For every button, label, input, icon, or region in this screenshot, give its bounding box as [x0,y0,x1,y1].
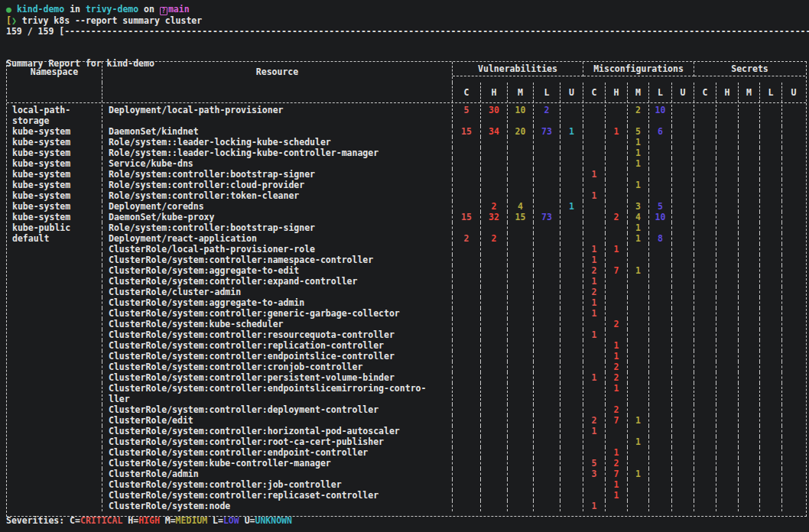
resource-cell: DaemonSet/kindnet [102,126,453,137]
severity-count-cell [628,308,649,319]
severity-count-cell [694,329,716,340]
resource-cell: ClusterRole/system:controller:endpointsl… [102,351,453,362]
severity-count-cell [583,137,606,148]
severity-count-cell [453,447,481,458]
severity-count-cell [694,340,716,351]
header-letter-l: L [534,83,560,102]
severity-count-cell [481,362,508,372]
severity-count-cell [739,297,760,308]
severity-count-cell [453,308,481,319]
severity-count-cell [739,490,760,501]
severity-count-cell [672,447,694,458]
severity-count-cell [716,233,739,244]
severity-count-cell [481,319,508,329]
severity-count-cell [739,233,760,244]
severity-count-cell [760,447,782,458]
severity-count-cell [560,287,583,297]
severity-count-cell [453,276,481,287]
legend-label-low: LOW [223,515,245,526]
terminal-window: ● kind-demo in trivy-demo on ?main [❯ tr… [0,0,809,532]
severity-count-cell [649,158,672,169]
severity-count-cell [560,362,583,372]
severity-count-cell: 2 [583,415,606,426]
severity-count-cell [534,180,560,190]
severity-count-cell [481,426,508,436]
severity-count-cell [606,297,628,308]
table-row: ClusterRole/system:node1 [7,501,806,511]
severity-count-cell [649,180,672,190]
severity-count-cell [716,255,739,265]
severity-count-cell: 5 [453,105,481,126]
table-row: ClusterRole/system:aggregate-to-edit271 [7,265,806,276]
table-row: kube-systemRole/system::leader-locking-k… [7,137,806,148]
severity-count-cell: 1 [628,158,649,169]
table-row: ClusterRole/local-path-provisioner-role1… [7,244,806,255]
severity-count-cell [649,276,672,287]
severity-count-cell [508,255,534,265]
severity-count-cell [453,255,481,265]
severity-count-cell [716,469,739,479]
severity-count-cell [649,340,672,351]
severity-count-cell [508,276,534,287]
severity-count-cell [508,415,534,426]
namespace-cell [7,415,102,426]
severity-count-cell: 10 [508,105,534,126]
severity-count-cell [628,255,649,265]
severity-count-cell [453,190,481,201]
severity-count-cell: 3 [583,469,606,479]
severity-count-cell [760,362,782,372]
severity-count-cell [534,340,560,351]
severity-count-cell [716,372,739,383]
header-letter-m: M [628,83,649,102]
severity-count-cell: 5 [649,201,672,212]
severity-count-cell [534,479,560,490]
severity-count-cell [508,362,534,372]
severity-count-cell [782,340,805,351]
resource-cell: ClusterRole/system:node [102,501,453,511]
severity-count-cell [606,255,628,265]
severity-count-cell [739,458,760,469]
table-row: ClusterRole/system:controller:job-contro… [7,479,806,490]
severity-count-cell [694,362,716,372]
severity-count-cell: 1 [628,233,649,244]
header-letter-l: L [649,83,672,102]
severity-count-cell [739,415,760,426]
severity-count-cell [508,426,534,436]
severity-count-cell [716,222,739,233]
severity-count-cell [606,169,628,180]
severity-count-cell [649,190,672,201]
severity-count-cell [782,308,805,319]
severity-count-cell [508,372,534,383]
namespace-cell: kube-system [7,148,102,158]
severity-count-cell: 7 [606,415,628,426]
severity-count-cell [534,201,560,212]
severity-count-cell [481,447,508,458]
severity-count-cell [606,329,628,340]
resource-cell: ClusterRole/system:aggregate-to-admin [102,297,453,308]
severity-count-cell [583,126,606,137]
severity-count-cell [694,319,716,329]
severity-count-cell: 1 [583,501,606,511]
severity-count-cell [534,436,560,447]
severity-count-cell [760,137,782,148]
severity-count-cell: 1 [583,426,606,436]
severity-count-cell [649,362,672,372]
severity-count-cell: 1 [606,447,628,458]
table-row: kube-systemRole/system:controller:bootst… [7,169,806,180]
table-row: kube-systemRole/system:controller:token-… [7,190,806,201]
header-letter-m: M [508,83,534,102]
severity-count-cell [760,340,782,351]
table-row: ClusterRole/system:controller:replicaset… [7,490,806,501]
table-row: ClusterRole/edit271 [7,415,806,426]
severity-count-cell [481,222,508,233]
namespace-cell [7,426,102,436]
severity-count-cell [782,169,805,180]
severity-count-cell [694,180,716,190]
severity-count-cell [716,415,739,426]
severity-count-cell: 7 [606,265,628,276]
progress-counter: 159 / 159 [ [6,26,64,37]
legend-letter-l: L= [213,515,223,526]
namespace-cell [7,469,102,479]
severity-count-cell [782,287,805,297]
severity-count-cell [649,287,672,297]
